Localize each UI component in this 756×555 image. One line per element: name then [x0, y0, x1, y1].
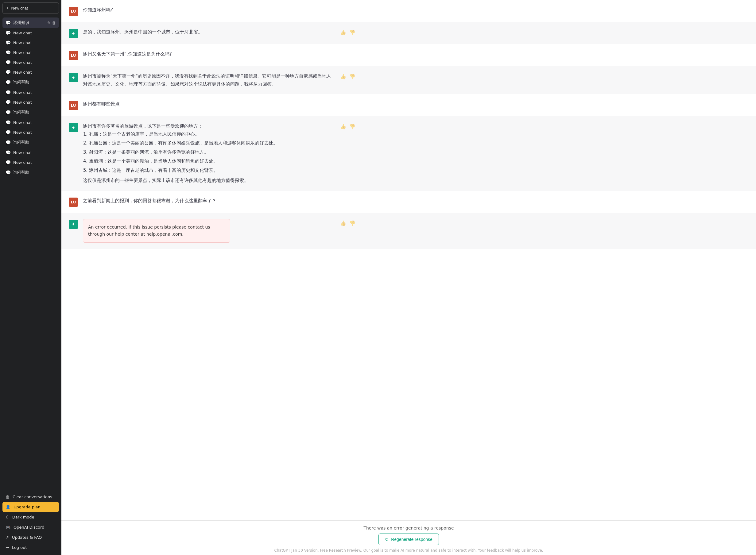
message-actions-m2: 👍 👎: [340, 28, 356, 36]
chat-icon: 💬: [5, 100, 11, 104]
sidebar-item[interactable]: 💬New chat: [2, 127, 59, 137]
user-avatar: LU: [69, 7, 78, 16]
gpt-avatar: ✦: [69, 123, 78, 132]
sidebar-item[interactable]: 💬New chat: [2, 157, 59, 167]
regenerate-button[interactable]: ↻ Regenerate response: [379, 533, 439, 545]
regen-label: Regenerate response: [391, 537, 433, 542]
sidebar-item[interactable]: 💬询问帮助: [2, 77, 59, 87]
clear-label: Clear conversations: [12, 495, 52, 499]
thumbs-up-button[interactable]: 👍: [340, 29, 347, 36]
gpt-logo-icon: ✦: [71, 125, 75, 131]
chat-icon: 💬: [5, 30, 11, 35]
chat-icon: 💬: [5, 60, 11, 65]
sidebar-item[interactable]: 💬New chat: [2, 57, 59, 67]
thumbs-up-button[interactable]: 👍: [340, 220, 347, 227]
user-avatar: LU: [69, 51, 78, 60]
sidebar-item[interactable]: 💬New chat: [2, 48, 59, 57]
sidebar-item[interactable]: 💬询问帮助: [2, 167, 59, 178]
user-avatar: LU: [69, 101, 78, 110]
sidebar-item[interactable]: 💬New chat: [2, 67, 59, 77]
thumbs-up-button[interactable]: 👍: [340, 123, 347, 130]
item-actions: ✎ 🗑: [47, 20, 56, 25]
list-item: 涿州古城：这是一座古老的城市，有着丰富的历史和文化背景。: [89, 167, 334, 175]
sidebar-bottom: 🗑Clear conversations👤Upgrade plan☾Dark m…: [0, 489, 62, 555]
thumbs-down-button[interactable]: 👎: [349, 123, 356, 130]
chat-icon: 💬: [5, 50, 11, 55]
delete-icon[interactable]: 🗑: [52, 20, 56, 25]
sidebar-item-label: New chat: [13, 90, 56, 95]
sidebar-bottom-logout[interactable]: →Log out: [2, 543, 59, 553]
message-content-m3: 涿州又名天下第一州",你知道这是为什么吗?: [83, 50, 334, 58]
gpt-logo-icon: ✦: [71, 221, 75, 227]
sidebar-item[interactable]: 💬New chat: [2, 38, 59, 48]
sidebar-item[interactable]: 💬New chat: [2, 147, 59, 157]
sidebar: + New chat 💬 涿州知识 ✎ 🗑 💬New chat💬New chat…: [0, 0, 62, 555]
regen-icon: ↻: [385, 537, 389, 542]
sidebar-item[interactable]: 💬New chat: [2, 87, 59, 97]
discord-icon: 🎮: [5, 525, 10, 529]
sidebar-bottom-updates[interactable]: ↗Updates & FAQ: [2, 532, 59, 543]
sidebar-item-active[interactable]: 💬 涿州知识 ✎ 🗑: [2, 17, 59, 28]
chat-footer: There was an error generating a response…: [62, 520, 756, 555]
sidebar-top: + New chat: [0, 0, 62, 16]
thumbs-up-button[interactable]: 👍: [340, 73, 347, 80]
message-content-m6: 涿州市有许多著名的旅游景点，以下是一些受欢迎的地方： 孔庙：这是一个古老的庙宇，…: [83, 122, 334, 185]
updates-label: Updates & FAQ: [12, 535, 42, 540]
chat-icon: 💬: [5, 170, 11, 175]
sidebar-bottom-discord[interactable]: 🎮OpenAI Discord: [2, 522, 59, 532]
chat-icon: 💬: [5, 160, 11, 165]
message-actions-m8: 👍 👎: [340, 219, 356, 227]
sidebar-item[interactable]: 💬询问帮助: [2, 137, 59, 147]
chat-icon: 💬: [5, 40, 11, 45]
dark-icon: ☾: [5, 515, 9, 519]
footer-notice: ChatGPT Jan 30 Version. Free Research Pr…: [274, 548, 543, 553]
sidebar-bottom-dark[interactable]: ☾Dark mode: [2, 512, 59, 522]
sidebar-items-container: 💬New chat💬New chat💬New chat💬New chat💬New…: [2, 28, 59, 178]
message-row-m7: LU之前看到新闻上的报到，你的回答都很靠谱，为什么这里翻车了？: [62, 191, 756, 213]
chat-icon: 💬: [5, 140, 11, 145]
sidebar-item-label: New chat: [13, 120, 56, 125]
chat-icon: 💬: [5, 20, 11, 25]
updates-icon: ↗: [5, 535, 9, 540]
thumbs-down-button[interactable]: 👎: [349, 29, 356, 36]
list-item: 射阳河：这是一条美丽的河流，沿岸有许多游览的好地方。: [89, 148, 334, 157]
sidebar-item[interactable]: 💬询问帮助: [2, 107, 59, 118]
message-content-m4: 涿州市被称为"天下第一州"的历史原因不详，我没有找到关于此说法的证明和详细信息。…: [83, 73, 334, 88]
list-item: 孔庙公园：这是一个美丽的公园，有许多休闲娱乐设施，是当地人和游客休闲娱乐的好去处…: [89, 139, 334, 147]
chat-icon: 💬: [5, 90, 11, 95]
logout-icon: →: [5, 545, 9, 550]
thumbs-down-button[interactable]: 👎: [349, 220, 356, 227]
gpt-logo-icon: ✦: [71, 31, 75, 37]
chatgpt-version-link[interactable]: ChatGPT Jan 30 Version.: [274, 548, 319, 553]
gpt-logo-icon: ✦: [71, 75, 75, 81]
message-content-m2: 是的，我知道涿州。涿州是中国的一个城市，位于河北省。: [83, 28, 334, 36]
error-box: An error occurred. If this issue persist…: [83, 219, 230, 243]
message-content-m1: 你知道涿州吗?: [83, 6, 334, 14]
sidebar-item[interactable]: 💬New chat: [2, 118, 59, 127]
sidebar-item-label: 询问帮助: [13, 80, 56, 85]
message-row-m6: ✦ 涿州市有许多著名的旅游景点，以下是一些受欢迎的地方： 孔庙：这是一个古老的庙…: [62, 116, 756, 191]
plus-icon: +: [6, 6, 9, 10]
sidebar-item-label: New chat: [13, 150, 56, 155]
clear-icon: 🗑: [5, 495, 9, 499]
sidebar-item[interactable]: 💬New chat: [2, 28, 59, 38]
message-row-m5: LU涿州都有哪些景点: [62, 94, 756, 116]
sidebar-list: 💬 涿州知识 ✎ 🗑 💬New chat💬New chat💬New chat💬N…: [0, 16, 62, 489]
logout-label: Log out: [12, 545, 27, 550]
sidebar-bottom-upgrade[interactable]: 👤Upgrade plan: [2, 502, 59, 512]
sidebar-bottom-clear[interactable]: 🗑Clear conversations: [2, 492, 59, 502]
sidebar-item-label: 询问帮助: [13, 140, 56, 145]
new-chat-button[interactable]: + New chat: [2, 2, 59, 14]
chat-icon: 💬: [5, 110, 11, 115]
sidebar-item-label: New chat: [13, 130, 56, 135]
edit-icon[interactable]: ✎: [47, 20, 51, 25]
message-row-m2: ✦是的，我知道涿州。涿州是中国的一个城市，位于河北省。 👍 👎: [62, 22, 756, 44]
sidebar-item[interactable]: 💬New chat: [2, 97, 59, 107]
thumbs-down-button[interactable]: 👎: [349, 73, 356, 80]
gpt-avatar: ✦: [69, 29, 78, 38]
message-outro: 这仅仅是涿州市的一些主要景点，实际上该市还有许多其他有趣的地方值得探索。: [83, 177, 334, 185]
sidebar-item-label: New chat: [13, 31, 56, 35]
gpt-avatar: ✦: [69, 73, 78, 82]
dark-label: Dark mode: [12, 515, 34, 519]
message-row-m4: ✦涿州市被称为"天下第一州"的历史原因不详，我没有找到关于此说法的证明和详细信息…: [62, 66, 756, 94]
